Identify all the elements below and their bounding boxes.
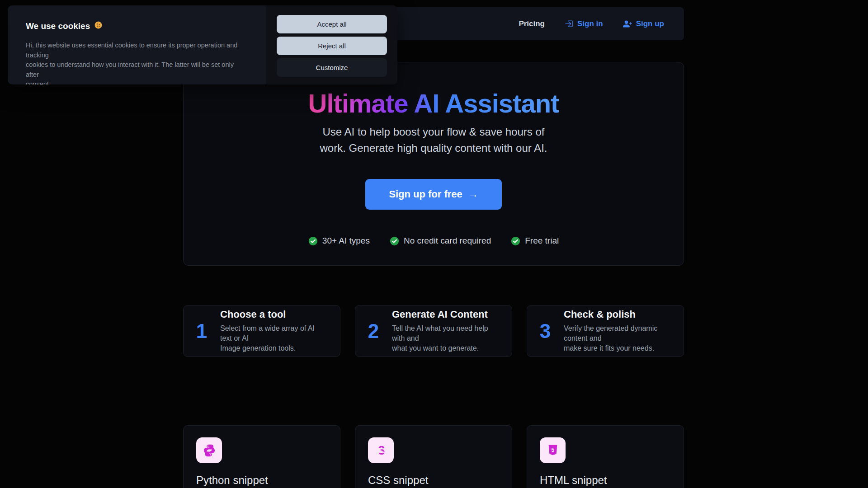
- cookie-consent-dialog: We use cookies Hi, this website uses ess…: [8, 5, 397, 84]
- cookie-body-text: Hi, this website uses essential cookies …: [26, 41, 248, 84]
- signup-free-button[interactable]: Sign up for free →: [365, 179, 502, 210]
- step-title: Check & polish: [564, 309, 672, 320]
- accept-all-button[interactable]: Accept all: [277, 15, 387, 33]
- hero-card: Ultimate AI Assistant Use AI to help boo…: [183, 62, 684, 266]
- nav-signin-label: Sign in: [577, 19, 603, 28]
- svg-text:3: 3: [378, 444, 385, 457]
- feature-free-trial: Free trial: [511, 236, 559, 246]
- nav-signup-label: Sign up: [636, 19, 664, 28]
- snippet-title: HTML snippet: [540, 474, 671, 487]
- step-description: Select from a wide array of AI text or A…: [220, 324, 328, 353]
- sign-in-icon: [565, 19, 573, 28]
- snippet-title: CSS snippet: [368, 474, 499, 487]
- step-number: 3: [539, 320, 552, 343]
- snippet-card-css[interactable]: 3 CSS snippet Generate a CSS snippet bas…: [355, 425, 512, 488]
- step-description: Verify the generated dynamic content and…: [564, 324, 672, 353]
- step-card-choose-tool: 1 Choose a tool Select from a wide array…: [183, 305, 340, 357]
- step-number: 1: [195, 320, 208, 343]
- step-card-generate-content: 2 Generate AI Content Tell the AI what y…: [355, 305, 512, 357]
- python-icon: [196, 437, 222, 463]
- css3-icon: 3: [368, 437, 394, 463]
- svg-text:5: 5: [551, 447, 554, 453]
- html5-icon: 5: [540, 437, 566, 463]
- snippet-card-python[interactable]: Python snippet Generate a Python snippet…: [183, 425, 340, 488]
- step-description: Tell the AI what you need help with and …: [392, 324, 500, 353]
- snippet-title: Python snippet: [196, 474, 327, 487]
- step-number: 2: [367, 320, 380, 343]
- check-circle-icon: [308, 236, 318, 246]
- hero-subtitle: Use AI to help boost your flow & save ho…: [184, 124, 684, 156]
- customize-button[interactable]: Customize: [277, 58, 387, 77]
- snippets-row: Python snippet Generate a Python snippet…: [183, 425, 684, 488]
- hero-title: Ultimate AI Assistant: [308, 88, 559, 118]
- cookie-message: We use cookies Hi, this website uses ess…: [8, 5, 266, 84]
- feature-list: 30+ AI types No credit card required Fre…: [184, 236, 684, 246]
- cookie-title: We use cookies: [26, 21, 248, 32]
- arrow-right-icon: →: [468, 188, 478, 200]
- nav-signin-link[interactable]: Sign in: [565, 19, 603, 28]
- feature-no-credit-card: No credit card required: [390, 236, 491, 246]
- cookie-actions: Accept all Reject all Customize: [266, 5, 397, 84]
- snippet-card-html[interactable]: 5 HTML snippet Generate an HTML snippet …: [527, 425, 684, 488]
- step-title: Choose a tool: [220, 309, 328, 320]
- person-plus-icon: [623, 19, 632, 28]
- steps-row: 1 Choose a tool Select from a wide array…: [183, 305, 684, 357]
- step-card-check-polish: 3 Check & polish Verify the generated dy…: [527, 305, 684, 357]
- cookie-icon: [94, 21, 103, 32]
- nav-pricing-link[interactable]: Pricing: [519, 19, 545, 28]
- check-circle-icon: [390, 236, 399, 246]
- nav-signup-link[interactable]: Sign up: [623, 19, 664, 28]
- reject-all-button[interactable]: Reject all: [277, 37, 387, 55]
- step-title: Generate AI Content: [392, 309, 500, 320]
- feature-ai-types: 30+ AI types: [308, 236, 370, 246]
- check-circle-icon: [511, 236, 520, 246]
